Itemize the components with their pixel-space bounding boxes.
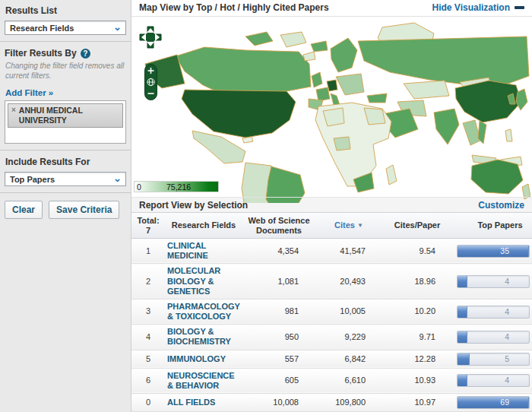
row-cites-per-paper: 12.28 [382, 350, 452, 368]
filter-tag-label: ANHUI MEDICAL UNIVERSITY [19, 106, 109, 125]
hide-visualization-label: Hide Visualization [432, 2, 510, 13]
total-value: 7 [134, 226, 163, 236]
row-rank: 4 [131, 325, 165, 350]
row-docs: 557 [242, 350, 315, 368]
column-wos-documents[interactable]: Web of Science Documents [242, 213, 315, 238]
row-rank: 5 [131, 350, 165, 368]
collapse-minus-icon [515, 6, 524, 9]
top-papers-bar-fill [458, 246, 529, 257]
row-cites: 10,005 [315, 299, 382, 324]
row-cites-per-paper: 9.71 [382, 325, 452, 350]
cites-sort-label[interactable]: Cites [334, 220, 355, 230]
row-cites: 41,547 [315, 238, 382, 263]
add-filter-link[interactable]: Add Filter » [5, 88, 53, 97]
remove-filter-icon[interactable]: × [11, 106, 16, 125]
filter-by-heading: Filter Results By ? [5, 48, 126, 59]
top-papers-value: 5 [505, 354, 509, 364]
sidebar-divider [0, 150, 131, 151]
row-cites-per-paper: 10.20 [382, 299, 452, 324]
table-row: 4 BIOLOGY & BIOCHEMISTRY 950 9,229 9.71 … [131, 325, 532, 350]
top-papers-bar: 4 [457, 275, 530, 288]
column-research-fields[interactable]: Research Fields [165, 213, 242, 238]
row-cites-per-paper: 10.93 [382, 368, 452, 393]
field-link[interactable]: IMMUNOLOGY [167, 354, 226, 363]
map-zoom-control[interactable] [144, 64, 157, 100]
row-docs: 950 [242, 325, 315, 350]
row-cites: 20,493 [315, 264, 382, 299]
top-papers-value: 4 [505, 277, 509, 287]
field-link[interactable]: PHARMACOLOGY & TOXICOLOGY [167, 302, 240, 321]
row-docs: 981 [242, 299, 315, 324]
top-papers-bar: 4 [457, 306, 530, 319]
sidebar-buttons: Clear Save Criteria [5, 201, 126, 219]
results-list-selected-value: Research Fields [10, 24, 74, 33]
table-row: 5 IMMUNOLOGY 557 6,842 12.28 5 [131, 350, 532, 368]
row-rank: 0 [131, 394, 165, 412]
map-pan-control[interactable] [138, 24, 163, 50]
world-choropleth-map [131, 17, 530, 203]
row-docs: 605 [242, 368, 315, 393]
filter-tag[interactable]: × ANHUI MEDICAL UNIVERSITY [8, 103, 123, 128]
report-table: Total: 7 Research Fields Web of Science … [131, 213, 532, 412]
field-link[interactable]: NEUROSCIENCE & BEHAVIOR [167, 371, 235, 390]
row-docs: 4,354 [242, 238, 315, 263]
column-top-papers[interactable]: Top Papers [452, 213, 532, 238]
row-rank: 1 [131, 238, 165, 263]
clear-button[interactable]: Clear [5, 201, 43, 219]
sidebar-divider [0, 41, 131, 42]
row-docs: 10,008 [242, 394, 315, 412]
chevron-down-icon: ⌄ [112, 23, 123, 33]
help-icon[interactable]: ? [81, 49, 90, 59]
legend-gradient-bar: 0 75,216 [134, 181, 219, 192]
column-cites[interactable]: Cites▼ [315, 213, 382, 238]
top-papers-value: 4 [505, 307, 509, 317]
top-papers-value: 35 [500, 246, 509, 256]
top-papers-bar-fill [458, 331, 467, 343]
save-criteria-button[interactable]: Save Criteria [49, 201, 119, 219]
top-papers-value: 4 [505, 376, 509, 385]
top-papers-bar: 69 [457, 396, 530, 409]
report-table-body: 1 CLINICAL MEDICINE 4,354 41,547 9.54 35… [131, 238, 532, 411]
table-row: 0 ALL FIELDS 10,008 109,800 10.97 69 [131, 394, 532, 412]
main-panel: Map View by Top / Hot / Highly Cited Pap… [131, 0, 532, 412]
top-papers-bar-fill [458, 276, 467, 287]
column-cites-per-paper[interactable]: Cites/Paper [382, 213, 452, 238]
map-view-title: Map View by Top / Hot / Highly Cited Pap… [139, 2, 329, 13]
filter-list-box: × ANHUI MEDICAL UNIVERSITY [5, 100, 126, 144]
field-link[interactable]: CLINICAL MEDICINE [167, 241, 208, 260]
top-papers-value: 69 [500, 398, 509, 407]
top-papers-bar: 4 [457, 374, 530, 387]
hide-visualization-link[interactable]: Hide Visualization [432, 2, 524, 13]
table-row: 3 PHARMACOLOGY & TOXICOLOGY 981 10,005 1… [131, 299, 532, 324]
table-row: 2 MOLECULAR BIOLOGY & GENETICS 1,081 20,… [131, 264, 532, 299]
row-cites: 9,229 [315, 325, 382, 350]
row-cites-per-paper: 18.96 [382, 264, 452, 299]
row-rank: 2 [131, 264, 165, 299]
include-results-selected-value: Top Papers [10, 175, 55, 184]
row-rank: 6 [131, 368, 165, 393]
field-link[interactable]: ALL FIELDS [167, 398, 215, 407]
total-header: Total: 7 [131, 213, 165, 238]
map-visualization[interactable] [131, 17, 532, 178]
field-link[interactable]: BIOLOGY & BIOCHEMISTRY [167, 327, 231, 346]
filter-by-label: Filter Results By [5, 48, 77, 59]
map-legend: 0 75,216 [131, 178, 532, 198]
row-cites: 6,610 [315, 368, 382, 393]
top-papers-bar: 4 [457, 331, 530, 344]
sidebar-divider [0, 192, 131, 193]
report-table-header-row: Total: 7 Research Fields Web of Science … [131, 213, 532, 238]
table-row: 1 CLINICAL MEDICINE 4,354 41,547 9.54 35 [131, 238, 532, 263]
top-papers-bar: 5 [457, 353, 530, 366]
include-results-select[interactable]: Top Papers ⌄ [5, 172, 126, 186]
filter-note: Changing the filter field removes all cu… [5, 62, 125, 81]
row-cites-per-paper: 10.97 [382, 394, 452, 412]
results-list-select[interactable]: Research Fields ⌄ [5, 21, 126, 35]
legend-max-value: 75,216 [166, 182, 191, 192]
row-cites-per-paper: 9.54 [382, 238, 452, 263]
sort-arrow-icon[interactable]: ▼ [357, 222, 363, 230]
map-header: Map View by Top / Hot / Highly Cited Pap… [131, 0, 532, 17]
top-papers-bar-fill [458, 397, 529, 408]
row-cites: 6,842 [315, 350, 382, 368]
top-papers-bar-fill [458, 353, 470, 365]
field-link[interactable]: MOLECULAR BIOLOGY & GENETICS [167, 266, 220, 295]
